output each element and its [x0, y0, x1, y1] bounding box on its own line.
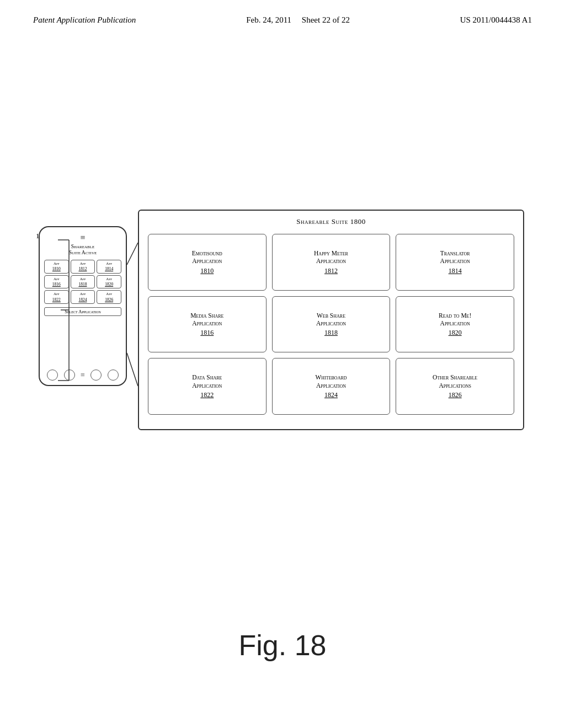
date: Feb. 24, 2011 [246, 15, 291, 24]
suite-app-1816-num: 1816 [200, 329, 214, 337]
phone-home-button [47, 370, 58, 381]
suite-app-1826-name: Other Shareable Applications [433, 373, 477, 389]
phone-menu-icon: ≡ [80, 233, 85, 243]
suite-app-1824-name: Whiteboard Application [315, 373, 347, 389]
suite-app-1812-name: Happy Meter Application [314, 249, 348, 265]
suite-app-1822-num: 1822 [200, 391, 214, 399]
phone-app-1812: App 1812 [71, 260, 95, 274]
publication-label: Patent Application Publication [33, 15, 136, 25]
suite-app-1822-name: Data Share Application [192, 373, 222, 389]
suite-app-1816-name: Media Share Application [190, 312, 223, 328]
suite-app-grid: Emotisound Application 1810 Happy Meter … [148, 234, 514, 415]
suite-app-1826-num: 1826 [449, 391, 462, 399]
suite-app-1824-num: 1824 [324, 391, 338, 399]
suite-app-1812: Happy Meter Application 1812 [272, 234, 391, 291]
svg-line-0 [127, 243, 138, 265]
phone-app-1820: App 1820 [97, 275, 121, 289]
diagram-area: 1602 ≡ Shareable Suite Active App 1810 A… [28, 210, 535, 474]
phone-search-button [90, 370, 102, 381]
phone-app-1816: App 1816 [44, 275, 69, 289]
phone-suite-label: Shareable Suite Active [69, 244, 97, 256]
suite-app-1816: Media Share Application 1816 [148, 296, 266, 353]
phone-app-1822: App 1822 [44, 290, 69, 304]
suite-app-1820-name: Read to Me! Application [439, 312, 471, 328]
suite-app-1826: Other Shareable Applications 1826 [396, 358, 514, 415]
select-application-button[interactable]: Select Application [44, 307, 121, 316]
patent-number: US 2011/0044438 A1 [460, 15, 532, 25]
phone-app-1810: App 1810 [44, 260, 69, 274]
suite-app-1818-num: 1818 [324, 329, 338, 337]
suite-title: Shareable Suite 1800 [148, 217, 514, 226]
suite-app-1814-num: 1814 [449, 267, 462, 275]
suite-app-1818-name: Web Share Application [316, 312, 346, 328]
date-sheet: Feb. 24, 2011 Sheet 22 of 22 [246, 15, 350, 25]
shareable-suite-box: Shareable Suite 1800 Emotisound Applicat… [138, 210, 524, 430]
suite-app-1818: Web Share Application 1818 [272, 296, 391, 353]
suite-app-1814-name: Translator Application [440, 249, 470, 265]
phone-app-grid: App 1810 App 1812 App 1814 App 1816 App … [44, 260, 121, 304]
sheet-info: Sheet 22 of 22 [302, 15, 350, 24]
svg-line-3 [127, 353, 138, 386]
phone-menu-button: ≡ [81, 371, 85, 379]
phone-power-button [108, 370, 119, 381]
phone-app-1824: App 1824 [71, 290, 95, 304]
suite-app-1810-name: Emotisound Application [192, 249, 222, 265]
suite-app-1814: Translator Application 1814 [396, 234, 514, 291]
suite-app-1812-num: 1812 [324, 267, 338, 275]
suite-app-1820-num: 1820 [449, 329, 462, 337]
suite-app-1810: Emotisound Application 1810 [148, 234, 266, 291]
phone-app-1818: App 1818 [71, 275, 95, 289]
phone-bottom-bar: ≡ [44, 370, 121, 381]
suite-app-1822: Data Share Application 1822 [148, 358, 266, 415]
phone-app-1826: App 1826 [97, 290, 121, 304]
phone-back-button [64, 370, 75, 381]
page-header: Patent Application Publication Feb. 24, … [0, 0, 565, 25]
figure-caption: Fig. 18 [239, 629, 327, 662]
suite-app-1824: Whiteboard Application 1824 [272, 358, 391, 415]
phone-app-1814: App 1814 [97, 260, 121, 274]
phone-device: ≡ Shareable Suite Active App 1810 App 18… [39, 226, 127, 386]
suite-app-1820: Read to Me! Application 1820 [396, 296, 514, 353]
suite-app-1810-num: 1810 [200, 267, 214, 275]
